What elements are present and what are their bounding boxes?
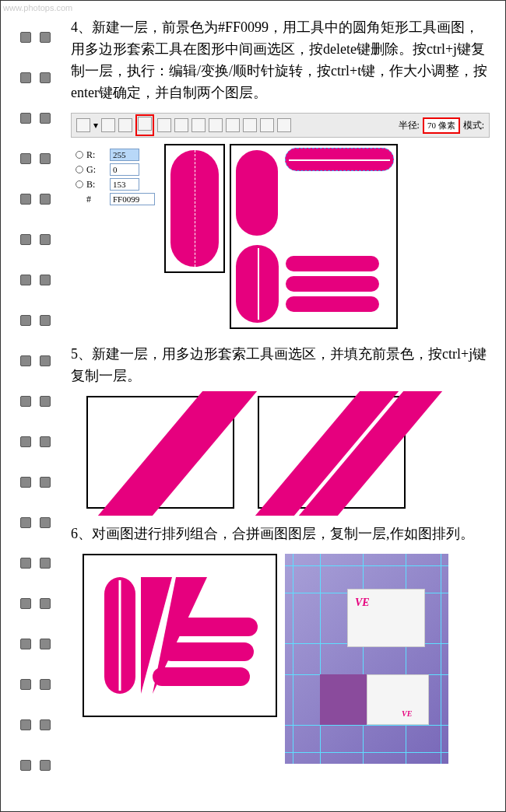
line-icon[interactable] <box>260 118 274 132</box>
slash-single <box>86 396 234 509</box>
hex-row: # FF0099 <box>76 193 155 205</box>
ellipse-icon[interactable] <box>226 118 240 132</box>
b-value[interactable]: 153 <box>110 178 139 191</box>
shape-tool-icon[interactable] <box>101 118 115 132</box>
svg-rect-6 <box>153 667 250 686</box>
r-row: R: 255 <box>76 149 155 161</box>
rounded-rect-icon[interactable] <box>209 118 223 132</box>
pill-vertical-1 <box>164 144 225 273</box>
radius-setting: 半径: 70 像素 模式: <box>399 117 484 134</box>
g-radio[interactable] <box>76 166 83 173</box>
b-radio[interactable] <box>76 180 83 188</box>
svg-rect-4 <box>168 618 258 636</box>
pink-bar-2 <box>286 276 379 292</box>
slash-double <box>258 396 406 509</box>
step-6-text: 6、对画图进行排列组合，合拼画图图层，复制一层,作如图排列。 <box>71 523 490 544</box>
mini-logo-1: VE <box>355 597 370 609</box>
radius-value[interactable]: 70 像素 <box>423 117 460 134</box>
freeform-pen-icon[interactable] <box>174 118 188 132</box>
radius-label: 半径: <box>399 119 420 132</box>
separator: ▾ <box>93 120 98 131</box>
pill-combo <box>230 144 398 329</box>
pink-slash-1 <box>98 391 257 516</box>
tool-icon-1[interactable] <box>76 118 90 132</box>
rounded-rect-tool-icon[interactable] <box>138 117 152 131</box>
step-4-text: 4、新建一层，前景色为#FF0099，用工具中的圆角矩形工具画图，用多边形套索工… <box>71 16 490 103</box>
step-5-illustrations <box>86 396 490 509</box>
pink-pill-dashed <box>170 150 219 267</box>
box-front-2 <box>367 674 429 725</box>
path-tool-icon[interactable] <box>118 118 132 132</box>
pink-bar-1 <box>286 256 379 271</box>
final-layout-preview: VE VE <box>285 554 448 764</box>
step-6-illustrations: VE VE <box>83 554 490 764</box>
hex-label: # <box>86 194 107 205</box>
logo-assembled <box>83 554 277 717</box>
mode-label: 模式: <box>463 119 484 132</box>
svg-rect-5 <box>162 642 254 661</box>
content-area: 4、新建一层，前景色为#FF0099，用工具中的圆角矩形工具画图，用多边形套索工… <box>63 1 505 779</box>
step-5-text: 5、新建一层，用多边形套索工具画选区，并填充前景色，按ctrl+j键复制一层。 <box>71 343 490 387</box>
logo-svg <box>98 569 262 702</box>
b-row: B: 153 <box>76 178 155 191</box>
spiral-binding <box>20 32 59 779</box>
g-value[interactable]: 0 <box>110 163 139 176</box>
watermark-text: www.photops.com <box>3 3 72 12</box>
b-label: B: <box>86 179 107 191</box>
r-label: R: <box>86 149 107 161</box>
pink-pill-h-dashed <box>285 148 394 171</box>
pink-pill-2 <box>236 150 278 236</box>
hex-value[interactable]: FF0099 <box>110 193 155 205</box>
polygon-icon[interactable] <box>243 118 257 132</box>
custom-shape-icon[interactable] <box>277 118 291 132</box>
g-row: G: 0 <box>76 163 155 176</box>
step-4-illustrations: R: 255 G: 0 B: 153 # FF0099 <box>71 144 490 329</box>
r-value[interactable]: 255 <box>110 149 139 161</box>
pen-tool-icon[interactable] <box>157 118 171 132</box>
color-panel: R: 255 G: 0 B: 153 # FF0099 <box>71 144 160 212</box>
r-radio[interactable] <box>76 151 83 159</box>
tutorial-page: www.photops.com 4、新建一层，前景色为#FF0099，用工具中的… <box>0 0 506 812</box>
pink-bar-3 <box>286 296 379 312</box>
box-side <box>320 674 367 725</box>
pink-pill-small <box>236 245 279 323</box>
rect-icon[interactable] <box>192 118 206 132</box>
photoshop-toolbar: ▾ 半径: 70 像素 模式: <box>71 113 490 138</box>
mini-logo-2: VE <box>402 709 412 718</box>
rounded-rect-tool-highlight <box>135 114 154 136</box>
g-label: G: <box>86 164 107 176</box>
